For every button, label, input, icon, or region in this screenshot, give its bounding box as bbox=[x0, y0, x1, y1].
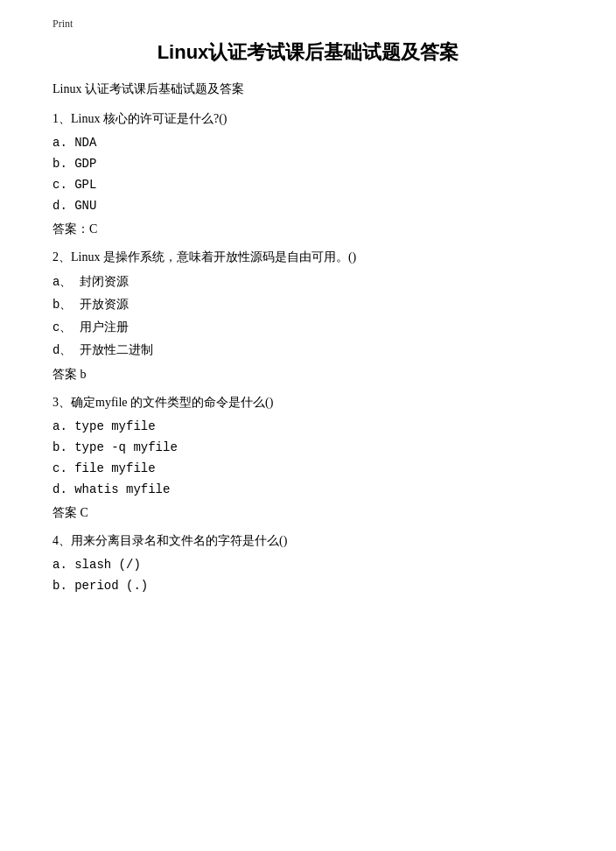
option-2-4: d、 开放性二进制 bbox=[52, 342, 564, 358]
question-text-2: 2、Linux 是操作系统，意味着开放性源码是自由可用。() bbox=[52, 250, 564, 265]
option-2-1: a、 封闭资源 bbox=[52, 274, 564, 290]
question-text-1: 1、Linux 核心的许可证是什么?() bbox=[52, 111, 564, 127]
option-2-2: b、 开放资源 bbox=[52, 297, 564, 313]
option-1-1: a. NDA bbox=[52, 136, 564, 150]
page-title: Linux认证考试课后基础试题及答案 bbox=[52, 39, 564, 66]
question-text-4: 4、用来分离目录名和文件名的字符是什么() bbox=[52, 533, 564, 549]
print-label: Print bbox=[52, 18, 564, 31]
option-3-2: b. type -q myfile bbox=[52, 440, 564, 454]
option-1-2: b. GDP bbox=[52, 157, 564, 171]
answer-1: 答案：C bbox=[52, 222, 564, 237]
option-1-4: d. GNU bbox=[52, 199, 564, 213]
question-text-3: 3、确定myfile 的文件类型的命令是什么() bbox=[52, 395, 564, 411]
option-3-4: d. whatis myfile bbox=[52, 482, 564, 496]
question-4: 4、用来分离目录名和文件名的字符是什么()a. slash (/)b. peri… bbox=[52, 533, 564, 593]
option-4-2: b. period (.) bbox=[52, 579, 564, 593]
question-2: 2、Linux 是操作系统，意味着开放性源码是自由可用。()a、 封闭资源b、 … bbox=[52, 250, 564, 383]
option-3-1: a. type myfile bbox=[52, 419, 564, 433]
question-3: 3、确定myfile 的文件类型的命令是什么()a. type myfileb.… bbox=[52, 395, 564, 521]
subtitle: Linux 认证考试课后基础试题及答案 bbox=[52, 81, 564, 97]
option-3-3: c. file myfile bbox=[52, 461, 564, 475]
option-2-3: c、 用户注册 bbox=[52, 320, 564, 335]
answer-3: 答案 C bbox=[52, 505, 564, 521]
option-1-3: c. GPL bbox=[52, 178, 564, 192]
question-1: 1、Linux 核心的许可证是什么?()a. NDAb. GDPc. GPLd.… bbox=[52, 111, 564, 237]
answer-2: 答案 b bbox=[52, 367, 564, 383]
option-4-1: a. slash (/) bbox=[52, 558, 564, 572]
